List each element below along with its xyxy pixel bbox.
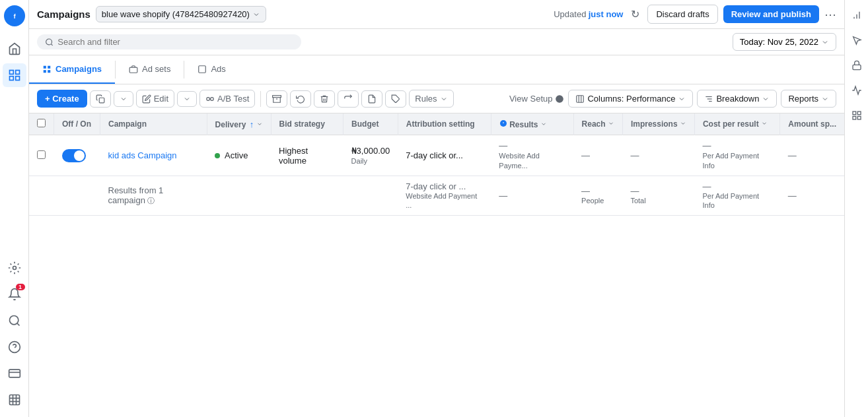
svg-point-6 bbox=[13, 267, 16, 270]
impressions-td: — bbox=[622, 135, 694, 176]
summary-budget-td bbox=[344, 176, 398, 216]
reports-button[interactable]: Reports bbox=[781, 90, 836, 108]
account-selector[interactable]: blue wave shopify (478425480927420) bbox=[96, 6, 266, 22]
delete-button[interactable] bbox=[314, 90, 335, 108]
svg-point-27 bbox=[211, 97, 214, 100]
cost-sub: Per Add Payment Info bbox=[702, 152, 759, 170]
delivery-th[interactable]: Delivery ↑ bbox=[207, 113, 271, 135]
svg-rect-3 bbox=[15, 71, 19, 75]
edit-more-button[interactable] bbox=[177, 91, 197, 107]
svg-point-7 bbox=[9, 316, 18, 325]
chevron-down-icon bbox=[761, 120, 768, 127]
summary-results-sub: Website Add Payment ... bbox=[406, 192, 477, 209]
bid-strategy-th: Bid strategy bbox=[271, 113, 344, 135]
more-options-button[interactable]: ⋯ bbox=[824, 7, 836, 22]
review-publish-button[interactable]: Review and publish bbox=[723, 5, 819, 23]
chart-bar-icon[interactable] bbox=[847, 5, 867, 25]
tab-ads[interactable]: Ads bbox=[184, 55, 238, 84]
summary-attribution-td: 7-day click or ... Website Add Payment .… bbox=[398, 176, 491, 216]
main-content: Campaigns blue wave shopify (47842548092… bbox=[29, 0, 844, 417]
undo-button[interactable] bbox=[290, 90, 311, 108]
svg-rect-2 bbox=[9, 71, 13, 75]
svg-rect-24 bbox=[199, 65, 206, 73]
svg-rect-46 bbox=[853, 112, 856, 115]
tab-campaigns[interactable]: Campaigns bbox=[29, 55, 115, 84]
summary-reach-td: — People bbox=[573, 176, 622, 216]
search-icon[interactable] bbox=[3, 309, 26, 333]
campaigns-table: Off / On Campaign Delivery ↑ Bid strateg… bbox=[29, 113, 844, 216]
svg-rect-29 bbox=[273, 95, 281, 97]
notifications-icon[interactable]: 1 bbox=[3, 282, 26, 306]
archive-button[interactable] bbox=[266, 90, 287, 108]
chevron-down-icon bbox=[678, 95, 686, 103]
breakdown-icon bbox=[704, 94, 713, 104]
summary-cost-td: — Per Add Payment Info bbox=[694, 176, 779, 216]
status-dot bbox=[215, 153, 220, 158]
breakdown-label: Breakdown bbox=[716, 94, 759, 104]
select-all-th bbox=[29, 113, 54, 135]
chevron-down-icon bbox=[440, 95, 448, 103]
tab-ad-sets[interactable]: Ad sets bbox=[116, 55, 184, 84]
svg-line-8 bbox=[17, 323, 19, 326]
breakdown-button[interactable]: Breakdown bbox=[697, 90, 777, 108]
campaign-link[interactable]: kid ads Campaign bbox=[108, 150, 177, 160]
ads-tab-icon bbox=[198, 65, 207, 74]
more-duplicate-button[interactable] bbox=[114, 91, 133, 107]
svg-point-32 bbox=[556, 95, 564, 103]
summary-info-icon[interactable]: ⓘ bbox=[147, 197, 155, 205]
summary-delivery-td bbox=[207, 176, 271, 216]
svg-rect-21 bbox=[44, 70, 46, 73]
draft-icon-button[interactable] bbox=[361, 90, 382, 108]
chevron-down-icon bbox=[680, 120, 686, 127]
ab-test-button[interactable]: A/B Test bbox=[199, 90, 255, 108]
view-setup-button[interactable]: View Setup bbox=[509, 94, 565, 104]
circle-icon bbox=[555, 94, 564, 104]
settings-icon[interactable] bbox=[3, 256, 26, 280]
refresh-button[interactable]: ↻ bbox=[628, 5, 642, 23]
chevron-down-icon bbox=[120, 95, 127, 103]
svg-rect-49 bbox=[857, 116, 861, 119]
edit-button[interactable]: Edit bbox=[136, 90, 174, 108]
svg-rect-4 bbox=[9, 77, 13, 80]
billing-icon[interactable] bbox=[3, 362, 26, 385]
rules-button[interactable]: Rules bbox=[409, 90, 453, 108]
columns-button[interactable]: Columns: Performance bbox=[568, 90, 693, 108]
info-icon[interactable] bbox=[499, 119, 507, 127]
date-selector[interactable]: Today: Nov 25, 2022 bbox=[733, 33, 836, 51]
lock-icon[interactable] bbox=[847, 55, 867, 75]
home-icon[interactable] bbox=[3, 37, 26, 61]
bid-strategy-td: Highest volume bbox=[271, 135, 344, 176]
account-name: blue wave shopify (478425480927420) bbox=[102, 9, 250, 19]
total-label: Total bbox=[630, 197, 645, 205]
cursor-icon[interactable] bbox=[847, 30, 867, 50]
table-icon[interactable] bbox=[3, 388, 26, 412]
discard-drafts-button[interactable]: Discard drafts bbox=[647, 5, 717, 24]
select-all-checkbox[interactable] bbox=[37, 119, 46, 127]
help-icon[interactable] bbox=[3, 335, 26, 359]
create-button[interactable]: + Create bbox=[37, 90, 87, 108]
svg-rect-25 bbox=[99, 98, 104, 103]
tag-button[interactable] bbox=[385, 90, 406, 108]
line-chart-icon[interactable] bbox=[847, 80, 867, 100]
budget-type: Daily bbox=[351, 157, 367, 165]
search-input[interactable] bbox=[57, 37, 293, 47]
updated-text: Updated just now bbox=[554, 9, 623, 19]
svg-rect-22 bbox=[48, 70, 50, 73]
delivery-td: Active bbox=[207, 135, 271, 176]
toggle-wrap bbox=[62, 149, 92, 162]
campaign-name-td: kid ads Campaign bbox=[100, 135, 207, 176]
summary-bid-td bbox=[271, 176, 344, 216]
row-checkbox[interactable] bbox=[37, 150, 46, 159]
row-checkbox-td bbox=[29, 135, 54, 176]
budget-td: ₦3,000.00 Daily bbox=[344, 135, 398, 176]
campaign-toggle[interactable] bbox=[62, 149, 86, 162]
toggle-td bbox=[54, 135, 100, 176]
tab-ad-sets-label: Ad sets bbox=[142, 64, 170, 74]
cost-per-result-th: Cost per result bbox=[694, 113, 779, 135]
grid-icon[interactable] bbox=[847, 106, 867, 125]
brand-icon[interactable]: f bbox=[4, 5, 25, 26]
campaigns-nav-icon[interactable] bbox=[3, 63, 26, 87]
duplicate-button[interactable] bbox=[90, 90, 111, 108]
top-header: Campaigns blue wave shopify (47842548092… bbox=[29, 0, 844, 29]
redo-button[interactable] bbox=[338, 90, 359, 108]
